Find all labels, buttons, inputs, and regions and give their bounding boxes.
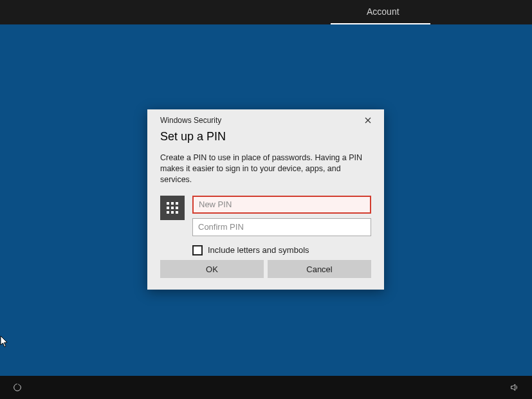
svg-rect-8 bbox=[176, 211, 178, 214]
svg-rect-4 bbox=[171, 207, 174, 209]
volume-button[interactable] bbox=[506, 379, 523, 396]
cancel-button[interactable]: Cancel bbox=[268, 260, 371, 278]
close-icon bbox=[365, 117, 371, 124]
include-letters-label: Include letters and symbols bbox=[208, 245, 309, 255]
svg-rect-2 bbox=[176, 202, 178, 205]
dialog-description: Create a PIN to use in place of password… bbox=[160, 153, 371, 185]
bottom-bar bbox=[0, 376, 532, 399]
tab-account[interactable]: Account bbox=[367, 6, 399, 17]
svg-rect-6 bbox=[167, 211, 169, 214]
ease-of-access-button[interactable] bbox=[9, 379, 26, 396]
top-bar: Account bbox=[0, 0, 532, 24]
close-button[interactable] bbox=[358, 113, 378, 127]
pin-setup-dialog: Windows Security Set up a PIN Create a P… bbox=[147, 109, 384, 290]
new-pin-input[interactable] bbox=[192, 196, 371, 214]
keypad-icon bbox=[160, 196, 185, 220]
ok-button[interactable]: OK bbox=[160, 260, 264, 278]
include-letters-checkbox[interactable] bbox=[192, 245, 203, 255]
dialog-title: Set up a PIN bbox=[160, 130, 371, 144]
ease-of-access-icon bbox=[12, 382, 23, 393]
svg-rect-5 bbox=[176, 207, 178, 209]
svg-point-9 bbox=[14, 384, 21, 391]
svg-rect-0 bbox=[167, 202, 169, 205]
dialog-titlebar: Windows Security bbox=[147, 109, 384, 129]
volume-icon bbox=[509, 382, 520, 393]
svg-rect-1 bbox=[171, 202, 174, 205]
dialog-window-title: Windows Security bbox=[160, 116, 221, 125]
svg-rect-3 bbox=[167, 207, 169, 209]
svg-rect-7 bbox=[171, 211, 174, 214]
confirm-pin-input[interactable] bbox=[192, 218, 371, 236]
